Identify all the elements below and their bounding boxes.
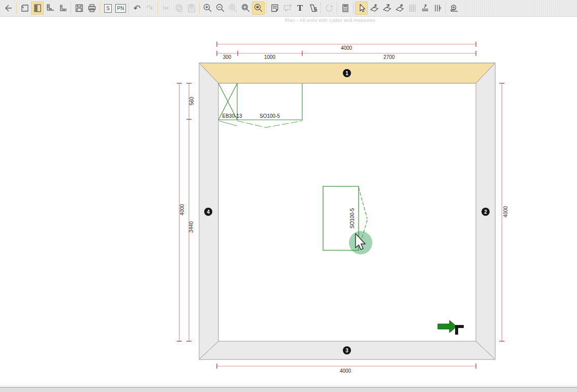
calculator-button[interactable] xyxy=(339,2,351,15)
copy-button[interactable] xyxy=(172,2,185,15)
view-front-button[interactable] xyxy=(31,2,44,15)
toolbar-separator xyxy=(266,2,267,14)
grid-icon xyxy=(407,3,418,13)
bottom-scrollbar[interactable] xyxy=(0,387,577,392)
back-button[interactable] xyxy=(2,2,15,15)
zoom-actual-icon xyxy=(228,3,238,13)
toolbar-separator xyxy=(100,2,100,14)
toolbar-separator xyxy=(71,2,71,14)
unit-label-so100-5-top: SO100-5 xyxy=(260,113,280,119)
dim-left-seg-560: 560 xyxy=(189,96,195,105)
dim-top-total: 4000 xyxy=(341,45,352,51)
pn-mode-icon: PN xyxy=(115,4,126,13)
svg-text:2: 2 xyxy=(484,209,487,215)
toolbar-separator xyxy=(199,2,200,14)
toolbar: S PN ↶ ↷ ✂ xyxy=(0,0,577,17)
toolbar-separator xyxy=(16,2,17,14)
undo-icon: ↶ xyxy=(133,4,140,13)
edit-unit-tool-button[interactable] xyxy=(393,2,406,15)
toolbar-separator xyxy=(353,2,354,14)
elevation-view-icon xyxy=(45,3,55,13)
cut-icon: ✂ xyxy=(162,4,169,13)
move-unit-icon xyxy=(369,3,379,13)
print-button[interactable] xyxy=(85,2,98,15)
cabinet-front-icon xyxy=(33,3,43,13)
wall-view-tool-button[interactable] xyxy=(419,2,431,15)
render-button[interactable] xyxy=(306,2,319,15)
zoom-out-button[interactable] xyxy=(214,2,227,15)
plan-canvas[interactable]: 4000 300 1000 2700 4000 560 3440 4000 40… xyxy=(0,0,577,392)
rotate-unit-icon xyxy=(382,3,392,13)
dim-top-seg-300: 300 xyxy=(223,54,232,60)
scrollbar-texture xyxy=(0,385,577,387)
save-button[interactable] xyxy=(73,2,85,15)
dimension-bottom: 4000 xyxy=(217,364,476,374)
zoom-window-icon xyxy=(253,3,264,13)
dimension-top: 4000 300 1000 2700 xyxy=(217,42,476,60)
grid-tool-button[interactable] xyxy=(406,2,419,15)
notes-icon xyxy=(270,3,280,13)
zoom-actual-button[interactable] xyxy=(227,2,239,15)
save-icon xyxy=(74,3,84,13)
rotate-unit-tool-button[interactable] xyxy=(380,2,393,15)
toolbar-separator xyxy=(320,2,321,14)
pn-mode-button[interactable]: PN xyxy=(114,2,127,15)
unit-so100-5-top[interactable] xyxy=(218,83,302,127)
s-mode-icon: S xyxy=(104,4,112,13)
room-plan-icon xyxy=(20,3,30,13)
text-tool-button[interactable]: T xyxy=(294,2,306,15)
unit-label-eb30-13: EB30-13 xyxy=(222,113,242,119)
toolbar-separator xyxy=(129,2,129,14)
wall-badge-1[interactable]: 1 xyxy=(343,69,351,77)
dim-left-seg-3440: 3440 xyxy=(188,221,194,233)
toolbar-separator xyxy=(445,2,446,14)
zoom-in-icon xyxy=(203,3,213,13)
view-title: Plan - All units with codes and measures xyxy=(285,18,375,23)
toolbar-separator xyxy=(157,2,158,14)
zoom-in-button[interactable] xyxy=(201,2,214,15)
dim-top-seg-2700: 2700 xyxy=(383,54,395,60)
edit-unit-icon xyxy=(395,3,405,13)
refresh-icon xyxy=(324,3,334,13)
paste-icon xyxy=(186,3,197,13)
wall-badge-2[interactable]: 2 xyxy=(482,208,490,216)
dim-bottom-total: 4000 xyxy=(340,368,351,374)
redo-button[interactable]: ↷ xyxy=(143,2,156,15)
single-mode-button[interactable]: S xyxy=(102,2,114,15)
view-elevation-button[interactable] xyxy=(44,2,56,15)
tape-measure-button[interactable] xyxy=(447,2,460,15)
undo-button[interactable]: ↶ xyxy=(131,2,143,15)
text-tool-icon: T xyxy=(297,4,303,13)
cut-button[interactable]: ✂ xyxy=(159,2,172,15)
print-icon xyxy=(87,3,97,13)
tape-measure-icon xyxy=(449,3,459,13)
redo-icon: ↷ xyxy=(146,4,153,13)
view-corner-button[interactable] xyxy=(56,2,69,15)
zoom-fit-icon xyxy=(241,3,251,13)
calculator-icon xyxy=(340,3,350,13)
dim-left-total: 4000 xyxy=(179,204,185,215)
comments-button[interactable] xyxy=(281,2,294,15)
unit-label-so100-5-center: SO100-5 xyxy=(349,208,355,228)
pointer-tool-button[interactable] xyxy=(355,2,368,15)
view-plan-button[interactable] xyxy=(18,2,31,15)
move-unit-tool-button[interactable] xyxy=(368,2,380,15)
svg-text:1: 1 xyxy=(345,71,348,76)
notes-button[interactable] xyxy=(268,2,281,15)
refresh-button[interactable] xyxy=(323,2,335,15)
wall-view-icon xyxy=(420,3,430,13)
paste-button[interactable] xyxy=(185,2,198,15)
spacing-tool-button[interactable] xyxy=(431,2,444,15)
toolbar-separator xyxy=(337,2,337,14)
zoom-fit-button[interactable] xyxy=(239,2,252,15)
dimension-right: 4000 xyxy=(499,83,508,341)
room-walls xyxy=(199,63,495,360)
copy-icon xyxy=(174,3,184,13)
wall-badge-4[interactable]: 4 xyxy=(204,208,212,216)
wall-badge-3[interactable]: 3 xyxy=(343,346,351,354)
zoom-window-button[interactable] xyxy=(252,2,265,15)
back-arrow-icon xyxy=(4,3,14,13)
spacing-icon xyxy=(433,3,443,13)
comment-icon xyxy=(282,3,293,13)
pointer-icon xyxy=(357,3,367,13)
